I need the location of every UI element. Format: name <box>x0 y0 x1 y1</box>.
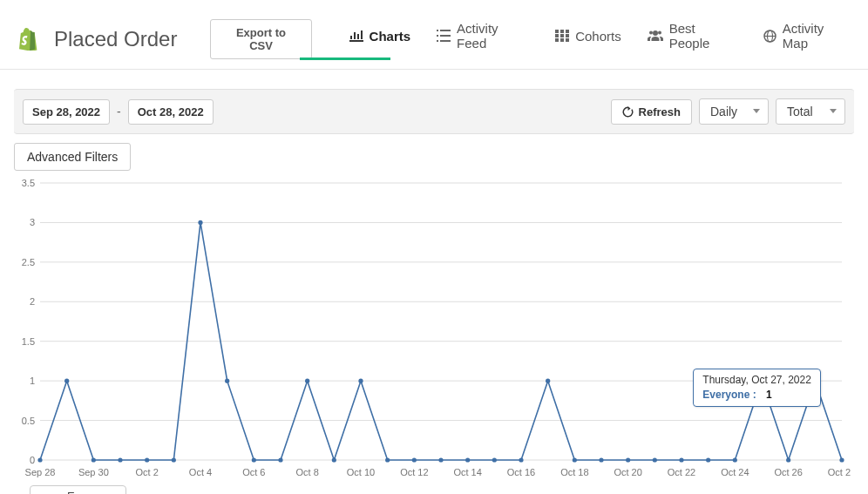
grid-icon <box>555 30 569 42</box>
svg-point-40 <box>172 457 176 462</box>
svg-point-50 <box>438 457 443 462</box>
svg-text:0.5: 0.5 <box>22 416 35 426</box>
svg-text:Oct 6: Oct 6 <box>242 467 265 477</box>
svg-text:Oct 20: Oct 20 <box>614 467 641 477</box>
svg-point-39 <box>145 457 149 462</box>
svg-text:Oct 4: Oct 4 <box>189 467 212 477</box>
legend-series-label: Everyone <box>67 490 115 494</box>
refresh-button[interactable]: Refresh <box>611 99 692 125</box>
line-chart: 00.511.522.533.5Sep 28Sep 30Oct 2Oct 4Oc… <box>14 176 851 479</box>
active-tab-underline <box>300 58 390 60</box>
export-csv-button[interactable]: Export to CSV <box>210 19 311 59</box>
svg-point-45 <box>305 379 309 383</box>
svg-text:1: 1 <box>30 376 35 386</box>
svg-point-43 <box>252 457 256 462</box>
svg-text:Oct 10: Oct 10 <box>347 467 375 477</box>
header: Placed Order Export to CSV Charts Activi… <box>0 0 868 70</box>
tab-label: Cohorts <box>575 29 621 44</box>
svg-point-36 <box>64 379 69 383</box>
globe-icon <box>763 30 776 43</box>
svg-point-48 <box>385 457 390 462</box>
list-icon <box>437 30 451 42</box>
date-end-input[interactable]: Oct 28, 2022 <box>128 99 214 125</box>
legend[interactable]: Everyone <box>30 485 126 494</box>
tab-label: Charts <box>370 29 411 44</box>
tab-cohorts[interactable]: Cohorts <box>555 17 621 62</box>
date-start-input[interactable]: Sep 28, 2022 <box>23 99 110 125</box>
tooltip-series: Everyone : <box>702 389 756 401</box>
chart-tooltip: Thursday, Oct 27, 2022 Everyone : 1 <box>693 369 821 407</box>
svg-point-58 <box>653 457 657 462</box>
tab-activity-map[interactable]: Activity Map <box>763 9 851 69</box>
svg-text:Oct 18: Oct 18 <box>560 467 588 477</box>
refresh-label: Refresh <box>639 105 681 118</box>
controls-bar: Sep 28, 2022 - Oct 28, 2022 Refresh Dail… <box>14 89 854 134</box>
aggregation-select[interactable]: Total <box>776 98 845 125</box>
granularity-select[interactable]: Daily <box>699 98 769 125</box>
svg-point-42 <box>225 379 229 383</box>
svg-point-38 <box>118 457 122 462</box>
svg-point-52 <box>492 457 497 462</box>
svg-point-54 <box>546 379 550 383</box>
tooltip-value: 1 <box>766 389 772 401</box>
tabs: Charts Activity Feed Cohorts Best People… <box>349 9 851 69</box>
svg-point-41 <box>198 220 202 225</box>
svg-point-59 <box>679 457 683 462</box>
page-title: Placed Order <box>54 27 177 51</box>
svg-point-63 <box>786 457 790 462</box>
people-icon <box>648 30 663 42</box>
svg-text:3.5: 3.5 <box>22 178 35 188</box>
tab-label: Activity Feed <box>457 21 529 51</box>
svg-point-56 <box>599 457 603 462</box>
svg-text:3: 3 <box>30 217 35 227</box>
advanced-filters-button[interactable]: Advanced Filters <box>14 143 131 171</box>
svg-point-49 <box>412 457 417 462</box>
svg-point-35 <box>37 457 42 462</box>
svg-text:Oct 14: Oct 14 <box>453 467 481 477</box>
tab-activity-feed[interactable]: Activity Feed <box>437 9 529 69</box>
chart-area: 00.511.522.533.5Sep 28Sep 30Oct 2Oct 4Oc… <box>14 176 854 494</box>
tooltip-date: Thursday, Oct 27, 2022 <box>702 373 811 388</box>
svg-point-44 <box>278 457 282 462</box>
svg-text:Oct 28: Oct 28 <box>828 467 851 477</box>
svg-text:2: 2 <box>30 296 35 307</box>
svg-text:1.5: 1.5 <box>22 336 35 347</box>
svg-text:Sep 30: Sep 30 <box>78 467 109 477</box>
svg-text:2.5: 2.5 <box>22 257 35 267</box>
tab-label: Activity Map <box>783 21 851 51</box>
svg-text:Oct 16: Oct 16 <box>507 467 535 477</box>
svg-point-61 <box>733 457 737 462</box>
svg-text:Oct 24: Oct 24 <box>721 467 749 477</box>
tab-best-people[interactable]: Best People <box>648 9 737 69</box>
svg-text:Oct 8: Oct 8 <box>296 467 319 477</box>
svg-point-57 <box>626 457 630 462</box>
svg-text:Oct 2: Oct 2 <box>136 467 159 477</box>
charts-icon <box>349 30 363 42</box>
svg-point-46 <box>332 457 336 462</box>
shopify-logo-icon <box>17 28 38 51</box>
svg-point-47 <box>358 379 363 383</box>
svg-point-51 <box>465 457 470 462</box>
svg-point-37 <box>92 457 96 462</box>
svg-text:Oct 12: Oct 12 <box>400 467 428 477</box>
svg-point-55 <box>573 457 577 462</box>
svg-point-53 <box>519 457 523 462</box>
tab-charts[interactable]: Charts <box>349 17 411 62</box>
svg-text:0: 0 <box>30 455 35 465</box>
refresh-icon <box>622 106 634 118</box>
tab-label: Best People <box>669 21 737 51</box>
svg-text:Sep 28: Sep 28 <box>25 467 56 477</box>
svg-point-65 <box>839 457 844 462</box>
svg-point-60 <box>706 457 710 462</box>
svg-text:Oct 22: Oct 22 <box>668 467 695 477</box>
date-range-separator: - <box>115 105 123 118</box>
svg-text:Oct 26: Oct 26 <box>774 467 802 477</box>
